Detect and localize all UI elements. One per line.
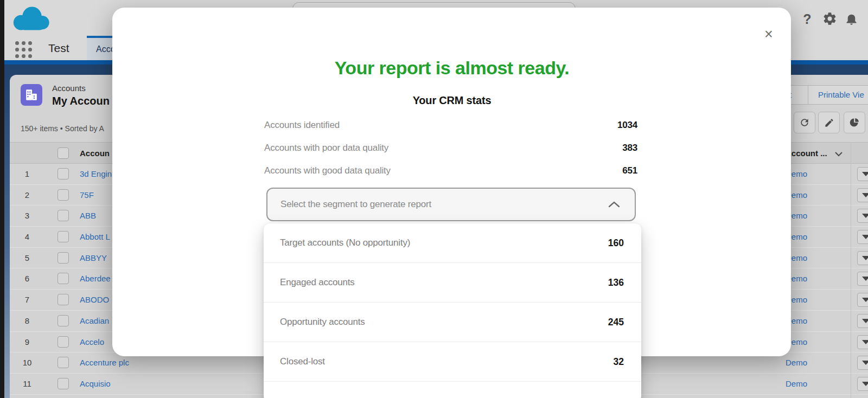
row-checkbox[interactable] — [58, 273, 69, 284]
modal-title: Your report is almost ready. — [263, 57, 641, 79]
row-number: 10 — [16, 358, 38, 367]
row-number: 7 — [16, 295, 38, 304]
stat-row: Accounts with good data quality 651 — [264, 159, 637, 182]
segment-option[interactable]: Closed-lost 32 — [264, 342, 641, 382]
bell-icon[interactable] — [844, 11, 859, 27]
edit-pencil-button[interactable] — [818, 112, 840, 133]
stat-row: Accounts identified 1034 — [264, 114, 637, 137]
select-all-checkbox[interactable] — [58, 147, 69, 159]
row-actions-button[interactable] — [857, 356, 868, 370]
printable-view-button[interactable]: Printable Vie — [818, 90, 864, 99]
row-checkbox[interactable] — [58, 357, 69, 368]
row-number: 3 — [16, 211, 38, 220]
stat-label: Accounts with good data quality — [264, 165, 391, 176]
caret-down-icon — [862, 340, 868, 344]
salesforce-logo-icon — [11, 4, 53, 33]
account-name-column-header[interactable]: Accoun — [80, 149, 110, 158]
row-number: 8 — [16, 316, 38, 325]
caret-down-icon — [862, 319, 868, 323]
stat-value: 651 — [622, 165, 637, 176]
help-icon[interactable]: ? — [800, 11, 815, 27]
row-checkbox[interactable] — [58, 336, 69, 348]
segment-select[interactable]: Select the segment to generate report — [266, 188, 636, 221]
account-link[interactable]: Acquisio — [80, 379, 111, 388]
row-number: 4 — [16, 232, 38, 241]
row-actions-button[interactable] — [857, 188, 868, 202]
row-checkbox[interactable] — [58, 189, 69, 201]
row-checkbox[interactable] — [58, 315, 69, 326]
stat-label: Accounts with poor data quality — [264, 143, 388, 153]
row-checkbox[interactable] — [58, 210, 69, 221]
modal-subtitle: Your CRM stats — [263, 94, 641, 107]
account-link[interactable]: Abbott L — [80, 232, 110, 241]
account-link[interactable]: ABB — [80, 211, 96, 220]
caret-down-icon — [862, 277, 868, 281]
account-link[interactable]: Accelo — [80, 337, 104, 346]
segment-select-label: Select the segment to generate report — [280, 199, 431, 210]
row-actions-button[interactable] — [857, 293, 868, 307]
row-number: 6 — [16, 274, 38, 283]
segment-option[interactable]: Engaged accounts 136 — [264, 263, 641, 303]
row-actions-button[interactable] — [857, 167, 868, 181]
row-checkbox[interactable] — [58, 231, 69, 242]
caret-down-icon — [862, 214, 868, 218]
refresh-button[interactable] — [794, 112, 815, 133]
caret-down-icon — [862, 361, 868, 365]
crm-stats-list: Accounts identified 1034 Accounts with p… — [264, 114, 637, 182]
row-actions-button[interactable] — [857, 230, 868, 244]
caret-down-icon — [862, 235, 868, 239]
option-value: 32 — [614, 356, 624, 368]
caret-down-icon — [862, 193, 868, 197]
caret-down-icon — [862, 172, 868, 176]
column-divider — [851, 142, 851, 398]
row-actions-button[interactable] — [857, 314, 868, 328]
row-checkbox[interactable] — [58, 252, 69, 264]
row-number: 9 — [16, 337, 38, 346]
row-actions-button[interactable] — [857, 209, 868, 223]
chevron-down-icon[interactable] — [834, 151, 843, 157]
caret-down-icon — [862, 298, 868, 302]
account-link[interactable]: ABBYY — [80, 253, 107, 262]
account-link[interactable]: 3d Engin — [80, 169, 112, 178]
list-meta: 150+ items • Sorted by A — [21, 124, 104, 133]
stat-value: 1034 — [617, 120, 637, 131]
account-link[interactable]: Acadian — [80, 316, 109, 325]
row-checkbox[interactable] — [58, 378, 69, 389]
gear-icon[interactable] — [822, 11, 838, 27]
segment-option[interactable]: Target accounts (No opportunity) 160 — [264, 223, 641, 263]
object-label: Accounts — [52, 84, 86, 93]
list-view-title[interactable]: My Accoun — [52, 95, 110, 107]
button-divider — [808, 86, 808, 104]
option-label: Opportunity accounts — [280, 317, 365, 328]
option-value: 245 — [608, 317, 624, 328]
row-actions-button[interactable] — [857, 251, 868, 265]
row-actions-button[interactable] — [857, 272, 868, 286]
stat-row: Accounts with poor data quality 383 — [264, 137, 637, 159]
option-label: Target accounts (No opportunity) — [280, 237, 410, 248]
caret-down-icon — [862, 256, 868, 260]
account-link[interactable]: ABODO — [80, 295, 109, 304]
account-source-value[interactable]: Demo — [786, 379, 807, 388]
stat-label: Accounts identified — [264, 120, 340, 131]
stat-value: 383 — [622, 143, 637, 153]
account-link[interactable]: 75F — [80, 190, 94, 200]
account-source-column-header[interactable]: Account ... — [786, 149, 827, 158]
option-value: 160 — [608, 237, 624, 249]
option-label: Closed-lost — [280, 356, 325, 367]
row-number: 1 — [16, 169, 38, 178]
row-actions-button[interactable] — [857, 377, 868, 391]
row-checkbox[interactable] — [58, 294, 69, 305]
caret-down-icon — [862, 382, 868, 386]
option-value: 136 — [608, 277, 624, 288]
account-link[interactable]: Aberdee — [80, 274, 111, 283]
accounts-object-icon — [21, 84, 42, 106]
pie-chart-button[interactable] — [844, 112, 865, 133]
window-edge — [0, 0, 4, 398]
row-checkbox[interactable] — [58, 168, 69, 179]
account-link[interactable]: Accenture plc — [80, 358, 129, 367]
account-source-value[interactable]: Demo — [786, 358, 807, 367]
close-icon[interactable]: × — [760, 25, 778, 43]
segment-option[interactable]: Opportunity accounts 245 — [264, 303, 641, 342]
app-launcher-icon[interactable] — [15, 41, 32, 58]
row-actions-button[interactable] — [857, 335, 868, 349]
